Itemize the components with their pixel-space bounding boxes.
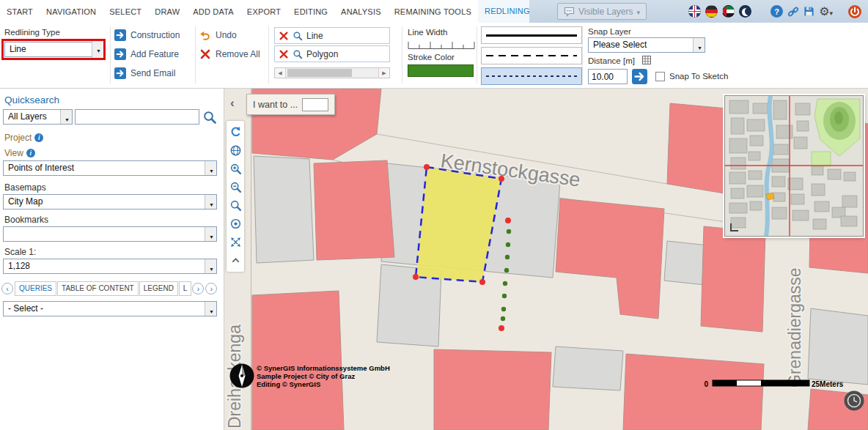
snap-layer-select[interactable]: Please Select <box>588 37 705 53</box>
zoom-out-button[interactable] <box>227 178 243 196</box>
geometry-row-line[interactable]: Line <box>274 27 390 44</box>
scalebar-start-label: 0 <box>704 380 708 388</box>
panel-tab-legend[interactable]: LEGEND <box>139 281 178 296</box>
add-feature-button[interactable]: Add Feature <box>114 48 179 60</box>
tab-start[interactable]: START <box>0 7 40 16</box>
north-arrow-icon <box>230 364 254 388</box>
view-select[interactable]: Points of Interest <box>3 160 217 176</box>
query-select[interactable]: - Select - <box>3 301 217 316</box>
settings-gear-icon[interactable] <box>819 5 833 18</box>
uae-flag-icon[interactable] <box>722 5 735 18</box>
snap-layer-label: Snap Layer <box>588 27 631 36</box>
tab-analysis[interactable]: ANALYSIS <box>334 7 388 16</box>
tab-remaining-tools[interactable]: REMAINING TOOLS <box>388 7 478 16</box>
redlining-type-select[interactable]: Line <box>4 42 103 57</box>
pan-extent-button[interactable] <box>227 233 243 251</box>
apply-distance-button[interactable] <box>632 69 647 84</box>
zoom-to-geometry-icon[interactable] <box>293 31 303 41</box>
main-content: Quicksearch All Layers Project View Poin… <box>0 89 868 430</box>
basemap-select[interactable]: City Map <box>3 194 217 210</box>
visible-layers-label: Visible Layers <box>578 7 633 17</box>
line-style-dashed[interactable] <box>481 47 582 64</box>
panel-tabs-scroll-left-icon[interactable] <box>1 283 13 294</box>
magnifier-icon <box>229 199 242 212</box>
undo-button[interactable]: Undo <box>199 29 237 41</box>
blue-arrow-icon <box>114 67 126 79</box>
link-icon[interactable] <box>787 6 799 18</box>
chevron-down-icon <box>636 7 640 17</box>
overview-map[interactable] <box>724 95 864 237</box>
topbar-icons <box>688 0 862 23</box>
send-email-button[interactable]: Send Email <box>114 67 175 79</box>
delete-geometry-icon[interactable] <box>279 31 289 41</box>
stroke-color-label: Stroke Color <box>408 53 455 62</box>
panel-tab-queries[interactable]: QUERIES <box>15 281 56 296</box>
zoom-to-geometry-icon[interactable] <box>293 49 303 59</box>
search-icon[interactable] <box>202 110 217 125</box>
copyright-line: Editing © SynerGIS <box>257 380 320 388</box>
full-extent-globe-button[interactable] <box>227 141 243 160</box>
info-icon[interactable] <box>26 149 35 157</box>
scale-label: Scale 1: <box>4 247 36 257</box>
save-icon[interactable] <box>803 6 814 17</box>
line-style-solid[interactable] <box>481 26 582 44</box>
panel-tab-strip: QUERIES TABLE OF CONTENT LEGEND L <box>1 281 223 297</box>
line-width-slider[interactable] <box>408 40 475 51</box>
quicksearch-input[interactable] <box>75 109 199 125</box>
ribbon-tabbar: START NAVIGATION SELECT DRAW ADD DATA EX… <box>0 0 868 23</box>
night-mode-icon[interactable] <box>739 5 751 18</box>
quicksearch-title[interactable]: Quicksearch <box>4 94 59 105</box>
tab-navigation[interactable]: NAVIGATION <box>40 7 103 16</box>
collapse-sidebar-icon[interactable] <box>230 96 235 111</box>
visible-layers-button[interactable]: Visible Layers <box>557 3 647 20</box>
scroll-right-icon[interactable] <box>378 68 389 78</box>
history-clock-button[interactable] <box>843 390 865 412</box>
tab-add-data[interactable]: ADD DATA <box>186 7 240 16</box>
construction-button[interactable]: Construction <box>114 29 180 41</box>
geometry-list-scrollbar[interactable] <box>274 67 390 78</box>
distance-input[interactable] <box>588 69 628 84</box>
zoom-window-button[interactable] <box>227 196 243 215</box>
uk-flag-icon[interactable] <box>688 5 701 18</box>
scroll-left-icon[interactable] <box>275 68 286 78</box>
search-scope-select[interactable]: All Layers <box>3 109 73 125</box>
map-viewport: Kernstockgasse Dreihackenga Grenadiergas… <box>224 89 868 430</box>
remove-all-button[interactable]: Remove All <box>199 48 260 60</box>
distance-label: Distance [m] <box>588 56 635 65</box>
zoom-in-button[interactable] <box>227 160 243 178</box>
scale-select[interactable]: 1,128 <box>3 259 217 274</box>
tab-draw[interactable]: DRAW <box>148 7 186 16</box>
panel-tabs-scroll-right-icon[interactable] <box>192 283 204 294</box>
panel-tab-truncated[interactable]: L <box>179 281 192 296</box>
collapse-toolbar-button[interactable] <box>227 251 243 270</box>
speech-bubble-icon <box>564 7 575 17</box>
center-point-icon <box>229 218 242 230</box>
grid-icon[interactable] <box>642 56 651 64</box>
zoom-out-icon <box>229 181 242 193</box>
help-icon[interactable] <box>770 5 783 18</box>
panel-tab-table-of-content[interactable]: TABLE OF CONTENT <box>57 281 139 296</box>
dotted-line-icon <box>486 75 577 77</box>
scrollbar-thumb[interactable] <box>287 69 352 77</box>
tab-redlining[interactable]: REDLINING <box>478 0 537 23</box>
tab-select[interactable]: SELECT <box>103 7 148 16</box>
tabbar-right-area: Visible Layers <box>529 0 868 23</box>
i-want-to-input[interactable] <box>302 98 328 111</box>
snap-to-sketch-checkbox[interactable] <box>655 72 665 81</box>
geometry-row-polygon[interactable]: Polygon <box>274 45 390 62</box>
tab-editing[interactable]: EDITING <box>287 7 334 16</box>
delete-geometry-icon[interactable] <box>279 49 289 59</box>
tab-export[interactable]: EXPORT <box>240 7 287 16</box>
center-map-button[interactable] <box>227 215 243 233</box>
info-icon[interactable] <box>34 133 43 142</box>
panel-tabs-scroll-end-icon[interactable] <box>205 283 217 294</box>
german-flag-icon[interactable] <box>705 5 718 18</box>
i-want-to-widget[interactable]: I want to ... <box>246 94 335 115</box>
redlining-type-value: Line <box>10 44 26 54</box>
bookmarks-select[interactable] <box>3 226 217 242</box>
refresh-map-button[interactable] <box>227 123 243 141</box>
logout-power-icon[interactable] <box>847 4 862 19</box>
stroke-color-swatch[interactable] <box>408 64 474 77</box>
bookmarks-label: Bookmarks <box>4 215 48 225</box>
line-style-dotted-selected[interactable] <box>481 67 582 85</box>
